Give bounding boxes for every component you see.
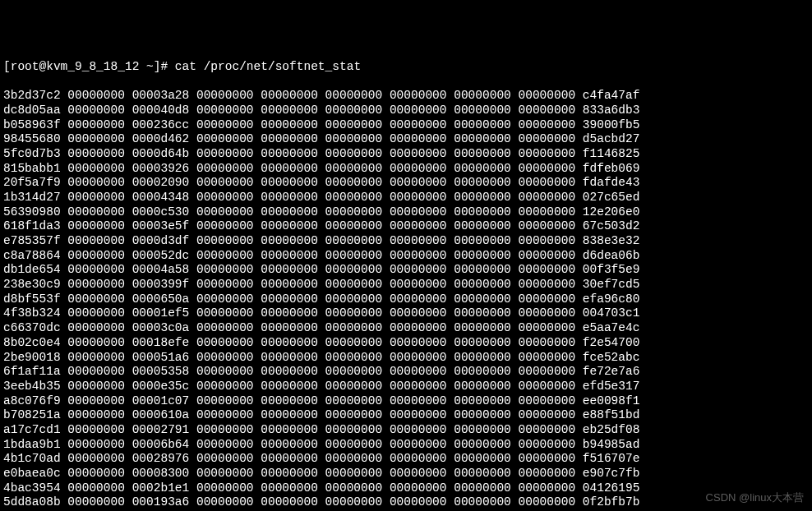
output-row: 3eeb4b35 00000000 0000e35c 00000000 0000… <box>3 380 809 394</box>
output-row: 3b2d37c2 00000000 00003a28 00000000 0000… <box>3 89 809 104</box>
command-text[interactable]: cat /proc/net/softnet_stat <box>175 60 361 73</box>
output-row: c8a78864 00000000 000052dc 00000000 0000… <box>3 249 809 264</box>
command-output: 3b2d37c2 00000000 00003a28 00000000 0000… <box>3 89 809 511</box>
output-row: 98455680 00000000 0000d462 00000000 0000… <box>3 132 809 147</box>
output-row: d8bf553f 00000000 0000650a 00000000 0000… <box>3 292 809 307</box>
output-row: 2be90018 00000000 000051a6 00000000 0000… <box>3 351 809 366</box>
output-row: 1bdaa9b1 00000000 00006b64 00000000 0000… <box>3 438 809 453</box>
output-row: dc8d05aa 00000000 000040d8 00000000 0000… <box>3 104 809 118</box>
output-row: 56390980 00000000 0000c530 00000000 0000… <box>3 205 809 220</box>
output-row: 8b02c0e4 00000000 00018efe 00000000 0000… <box>3 336 809 351</box>
output-row: 6f1af11a 00000000 00005358 00000000 0000… <box>3 365 809 380</box>
shell-prompt: [root@kvm_9_8_18_12 ~]# <box>3 60 175 73</box>
output-row: c66370dc 00000000 00003c0a 00000000 0000… <box>3 321 809 336</box>
output-row: 238e30c9 00000000 0000399f 00000000 0000… <box>3 278 809 292</box>
output-row: a8c076f9 00000000 00001c07 00000000 0000… <box>3 394 809 409</box>
output-row: 815babb1 00000000 00003926 00000000 0000… <box>3 162 809 177</box>
output-row: 618f1da3 00000000 00003e5f 00000000 0000… <box>3 219 809 234</box>
output-row: b708251a 00000000 0000610a 00000000 0000… <box>3 408 809 423</box>
output-row: e785357f 00000000 0000d3df 00000000 0000… <box>3 234 809 249</box>
output-row: 4f38b324 00000000 00001ef5 00000000 0000… <box>3 306 809 321</box>
output-row: b058963f 00000000 000236cc 00000000 0000… <box>3 118 809 133</box>
output-row: 4bac3954 00000000 0002b1e1 00000000 0000… <box>3 481 809 496</box>
output-row: db1de654 00000000 00004a58 00000000 0000… <box>3 263 809 278</box>
output-row: a17c7cd1 00000000 00002791 00000000 0000… <box>3 423 809 438</box>
output-row: e0baea0c 00000000 00008300 00000000 0000… <box>3 467 809 481</box>
output-row: 20f5a7f9 00000000 00002090 00000000 0000… <box>3 176 809 191</box>
terminal-prompt-line: [root@kvm_9_8_18_12 ~]# cat /proc/net/so… <box>3 60 809 75</box>
output-row: 1b314d27 00000000 00004348 00000000 0000… <box>3 191 809 205</box>
output-row: 4b1c70ad 00000000 00028976 00000000 0000… <box>3 452 809 467</box>
output-row: 5dd8a08b 00000000 000193a6 00000000 0000… <box>3 495 809 510</box>
output-row: 5fc0d7b3 00000000 0000d64b 00000000 0000… <box>3 147 809 162</box>
